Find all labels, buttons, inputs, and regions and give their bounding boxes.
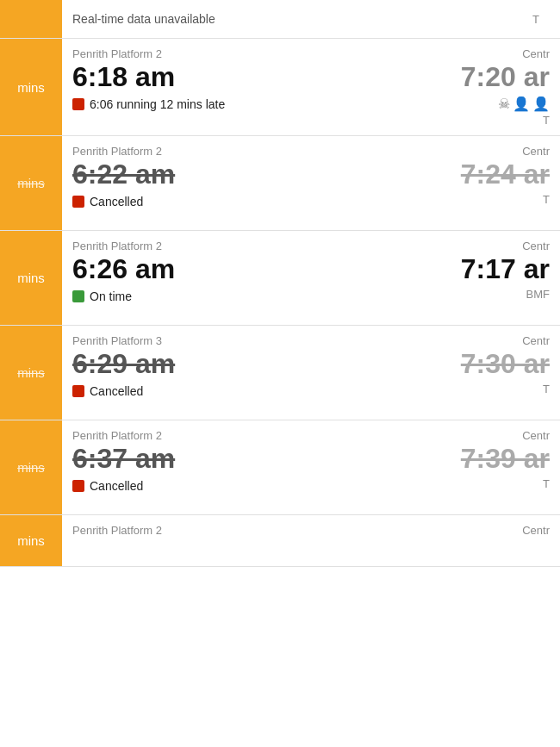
status-text-3: On time (90, 289, 132, 303)
status-row-4: Cancelled (72, 384, 461, 398)
depart-time-4: 6:29 am (72, 349, 461, 379)
sidebar-4: mins (0, 326, 62, 420)
unavailable-row: Real-time data unavailable T (0, 0, 560, 39)
arrive-label-6: Centr (522, 524, 550, 537)
train-left-4: Penrith Platform 3 6:29 am Cancelled (72, 334, 461, 411)
person-icon-1b: 👤 (513, 96, 530, 112)
arrive-label-1: Centr (522, 47, 550, 60)
sidebar-mins-4: mins (17, 365, 45, 380)
sidebar-1: mins (0, 39, 62, 135)
arrive-sub-1: T (543, 114, 550, 127)
train-row-4[interactable]: mins Penrith Platform 3 6:29 am Cancelle… (0, 326, 560, 420)
train-content-6: Penrith Platform 2 Centr (62, 515, 560, 566)
train-right-1: Centr 7:20 ar ☠ 👤 👤 T (461, 47, 550, 127)
status-dot-3 (72, 290, 84, 302)
train-row-2[interactable]: mins Penrith Platform 2 6:22 am Cancelle… (0, 136, 560, 231)
arrive-sub-2: T (543, 193, 550, 206)
status-dot-4 (72, 385, 84, 397)
train-row-5[interactable]: mins Penrith Platform 2 6:37 am Cancelle… (0, 420, 560, 515)
arrive-time-5: 7:39 ar (461, 444, 550, 474)
person-icon-1c: 👤 (532, 96, 550, 112)
sidebar-mins-6: mins (17, 533, 45, 548)
status-text-5: Cancelled (90, 479, 143, 493)
train-content-1: Penrith Platform 2 6:18 am 6:06 running … (62, 39, 560, 135)
train-right-2: Centr 7:24 ar T (461, 145, 550, 221)
train-right-5: Centr 7:39 ar T (461, 429, 550, 506)
status-text-4: Cancelled (90, 384, 143, 398)
sidebar-mins-2: mins (17, 176, 45, 190)
train-content-2: Penrith Platform 2 6:22 am Cancelled Cen… (62, 136, 560, 230)
sidebar-3: mins (0, 231, 62, 325)
status-text-1: 6:06 running 12 mins late (90, 97, 225, 111)
arrive-time-3: 7:17 ar (461, 254, 550, 284)
sidebar-6: mins (0, 515, 62, 566)
train-left-2: Penrith Platform 2 6:22 am Cancelled (72, 145, 461, 221)
sidebar-mins-5: mins (17, 460, 45, 475)
status-row-5: Cancelled (72, 479, 461, 493)
arrive-time-1: 7:20 ar (461, 62, 550, 92)
arrive-label-4: Centr (522, 334, 550, 347)
arrive-label-5: Centr (522, 429, 550, 442)
train-list: Real-time data unavailable T mins Penrit… (0, 0, 560, 567)
train-left-6: Penrith Platform 2 (72, 524, 522, 557)
arrive-sub-4: T (543, 383, 550, 395)
platform-6: Penrith Platform 2 (72, 524, 522, 537)
status-row-1: 6:06 running 12 mins late (72, 97, 461, 111)
people-row-1: ☠ 👤 👤 (498, 96, 550, 112)
unavailable-right: T (532, 13, 550, 26)
platform-5: Penrith Platform 2 (72, 429, 461, 442)
train-right-6: Centr (522, 524, 550, 557)
arrive-time-2: 7:24 ar (461, 159, 550, 190)
status-row-2: Cancelled (72, 195, 461, 209)
depart-time-5: 6:37 am (72, 444, 461, 474)
platform-2: Penrith Platform 2 (72, 145, 461, 158)
platform-1: Penrith Platform 2 (72, 47, 461, 60)
train-left-1: Penrith Platform 2 6:18 am 6:06 running … (72, 47, 461, 127)
depart-time-3: 6:26 am (72, 254, 461, 284)
train-left-5: Penrith Platform 2 6:37 am Cancelled (72, 429, 461, 506)
depart-time-1: 6:18 am (72, 62, 461, 92)
arrive-sub-3: BMF (526, 288, 550, 301)
arrive-label-2: Centr (522, 145, 550, 158)
unavailable-sidebar-bar (0, 0, 62, 38)
arrive-label-3: Centr (522, 240, 550, 252)
train-row-3[interactable]: mins Penrith Platform 2 6:26 am On time … (0, 231, 560, 326)
sidebar-mins-3: mins (17, 271, 45, 285)
train-content-3: Penrith Platform 2 6:26 am On time Centr… (62, 231, 560, 325)
arrive-sub-5: T (543, 477, 550, 490)
sidebar-2: mins (0, 136, 62, 230)
status-dot-1 (72, 98, 84, 110)
arrive-time-4: 7:30 ar (461, 349, 550, 379)
train-left-3: Penrith Platform 2 6:26 am On time (72, 240, 461, 316)
platform-3: Penrith Platform 2 (72, 240, 461, 252)
sidebar-5: mins (0, 420, 62, 514)
train-content-4: Penrith Platform 3 6:29 am Cancelled Cen… (62, 326, 560, 420)
platform-4: Penrith Platform 3 (72, 334, 461, 347)
status-dot-5 (72, 480, 84, 492)
status-row-3: On time (72, 289, 461, 303)
train-content-5: Penrith Platform 2 6:37 am Cancelled Cen… (62, 420, 560, 514)
train-right-3: Centr 7:17 ar BMF (461, 240, 550, 316)
sidebar-mins-1: mins (17, 80, 45, 95)
status-text-2: Cancelled (90, 195, 143, 209)
status-dot-2 (72, 196, 84, 208)
train-right-4: Centr 7:30 ar T (461, 334, 550, 411)
train-row-6[interactable]: mins Penrith Platform 2 Centr (0, 515, 560, 567)
person-icon-1a: ☠ (498, 96, 510, 112)
train-row-1[interactable]: mins Penrith Platform 2 6:18 am 6:06 run… (0, 39, 560, 136)
unavailable-message: Real-time data unavailable (72, 12, 215, 26)
depart-time-2: 6:22 am (72, 159, 461, 190)
